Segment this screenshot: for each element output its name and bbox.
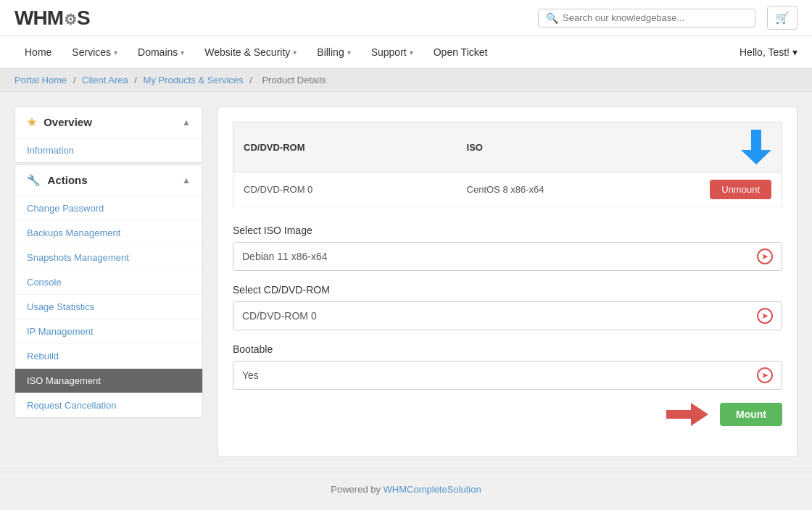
table-cell-action: Unmount [700,172,782,207]
sidebar-item-backups[interactable]: Backups Management [15,221,202,246]
select-cdvd-input[interactable]: CD/DVD-ROM 0 CD/DVD-ROM 1 [242,310,757,322]
select-iso-wrapper[interactable]: Debian 11 x86-x64 CentOS 8 x86-x64 Ubunt… [233,242,782,271]
select-iso-chevron-icon: ➤ [757,248,773,264]
svg-marker-3 [691,403,708,426]
nav-items: Home Services ▾ Domains ▾ Website & Secu… [14,36,497,68]
search-icon: 🔍 [546,12,558,24]
sidebar-item-request-cancellation[interactable]: Request Cancellation [15,393,202,417]
sidebar-actions-title: 🔧 Actions [27,174,88,187]
footer-link[interactable]: WHMCompleteSolution [384,484,481,495]
breadcrumb: Portal Home / Client Area / My Products … [0,69,812,92]
select-cdvd-group: Select CD/DVD-ROM CD/DVD-ROM 0 CD/DVD-RO… [233,284,782,330]
sidebar-item-console[interactable]: Console [15,270,202,295]
breadcrumb-sep-1: / [73,75,78,85]
breadcrumb-my-products[interactable]: My Products & Services [144,75,244,85]
sidebar-item-ip-management[interactable]: IP Management [15,319,202,344]
sidebar-actions-header[interactable]: 🔧 Actions ▲ [15,165,202,196]
sidebar-overview-section: ★ Overview ▲ Information [14,106,203,163]
svg-marker-1 [741,150,771,164]
select-iso-label: Select ISO Image [233,225,782,236]
nav-website-security[interactable]: Website & Security ▾ [194,36,307,68]
bootable-label: Bootable [233,343,782,355]
table-header-cdvd: CD/DVD-ROM [233,122,457,172]
mount-area: Mount [233,403,782,426]
sidebar-overview-title: ★ Overview [27,116,92,129]
mount-button[interactable]: Mount [720,403,782,426]
star-icon: ★ [27,116,36,128]
sidebar-item-information[interactable]: Information [15,138,202,162]
sidebar-overview-header[interactable]: ★ Overview ▲ [15,107,202,138]
sidebar: ★ Overview ▲ Information 🔧 Actions ▲ Cha… [14,106,203,457]
nav-open-ticket[interactable]: Open Ticket [423,36,498,68]
footer-text: Powered by [331,484,383,495]
domains-caret-icon: ▾ [181,49,184,57]
actions-chevron-icon: ▲ [182,175,191,185]
select-cdvd-wrapper[interactable]: CD/DVD-ROM 0 CD/DVD-ROM 1 ➤ [233,301,782,330]
breadcrumb-sep-3: / [249,75,254,85]
user-caret-icon: ▾ [792,46,798,58]
bootable-wrapper[interactable]: Yes No ➤ [233,361,782,390]
unmount-button[interactable]: Unmount [710,180,771,199]
nav-billing[interactable]: Billing ▾ [307,36,360,68]
select-iso-group: Select ISO Image Debian 11 x86-x64 CentO… [233,225,782,271]
footer: Powered by WHMCompleteSolution [0,472,812,506]
user-greeting[interactable]: Hello, Test! ▾ [740,36,798,68]
sidebar-item-change-password[interactable]: Change Password [15,196,202,221]
table-cell-cdvd: CD/DVD-ROM 0 [233,172,457,207]
cart-button[interactable]: 🛒 [767,6,798,30]
top-bar: WHM⚙S 🔍 🛒 [0,0,812,36]
bootable-group: Bootable Yes No ➤ [233,343,782,390]
sidebar-item-rebuild[interactable]: Rebuild [15,344,202,369]
breadcrumb-portal-home[interactable]: Portal Home [14,75,67,85]
logo-gear-icon: ⚙ [64,11,76,28]
sidebar-item-snapshots[interactable]: Snapshots Management [15,246,202,270]
logo-text: WHM⚙S [14,7,90,30]
select-iso-input[interactable]: Debian 11 x86-x64 CentOS 8 x86-x64 Ubunt… [242,251,757,262]
website-security-caret-icon: ▾ [293,49,297,57]
breadcrumb-sep-2: / [134,75,139,85]
select-cdvd-label: Select CD/DVD-ROM [233,284,782,296]
red-arrow-right-icon [666,403,708,426]
content-area: CD/DVD-ROM ISO CD/DVD-ROM 0 CentOS 8 x86… [218,106,798,457]
nav-home[interactable]: Home [14,36,62,68]
search-box[interactable]: 🔍 [538,9,755,28]
top-right: 🔍 🛒 [538,6,798,30]
overview-chevron-icon: ▲ [182,117,191,128]
sidebar-item-iso-management[interactable]: ISO Management [15,369,202,393]
nav-bar: Home Services ▾ Domains ▾ Website & Secu… [0,36,812,69]
table-row: CD/DVD-ROM 0 CentOS 8 x86-x64 Unmount [233,172,782,207]
sidebar-actions-section: 🔧 Actions ▲ Change Password Backups Mana… [14,164,203,418]
wrench-icon: 🔧 [27,174,41,186]
select-cdvd-chevron-icon: ➤ [757,308,773,324]
table-header-action [700,122,782,172]
svg-rect-0 [751,130,761,150]
bootable-input[interactable]: Yes No [242,369,757,381]
billing-caret-icon: ▾ [347,49,351,57]
svg-rect-2 [666,410,692,419]
support-caret-icon: ▾ [410,49,413,57]
iso-table: CD/DVD-ROM ISO CD/DVD-ROM 0 CentOS 8 x86… [233,122,782,207]
search-input[interactable] [563,12,747,23]
nav-support[interactable]: Support ▾ [361,36,423,68]
breadcrumb-client-area[interactable]: Client Area [82,75,128,85]
table-header-iso: ISO [457,122,700,172]
bootable-chevron-icon: ➤ [757,367,773,383]
main-content: ★ Overview ▲ Information 🔧 Actions ▲ Cha… [0,92,812,472]
breadcrumb-product-details: Product Details [262,75,326,85]
services-caret-icon: ▾ [114,49,117,57]
logo: WHM⚙S [14,7,90,30]
nav-services[interactable]: Services ▾ [62,36,128,68]
nav-domains[interactable]: Domains ▾ [128,36,194,68]
table-cell-iso: CentOS 8 x86-x64 [457,172,700,207]
blue-arrow-down-icon [741,130,771,164]
sidebar-item-usage-statistics[interactable]: Usage Statistics [15,295,202,319]
